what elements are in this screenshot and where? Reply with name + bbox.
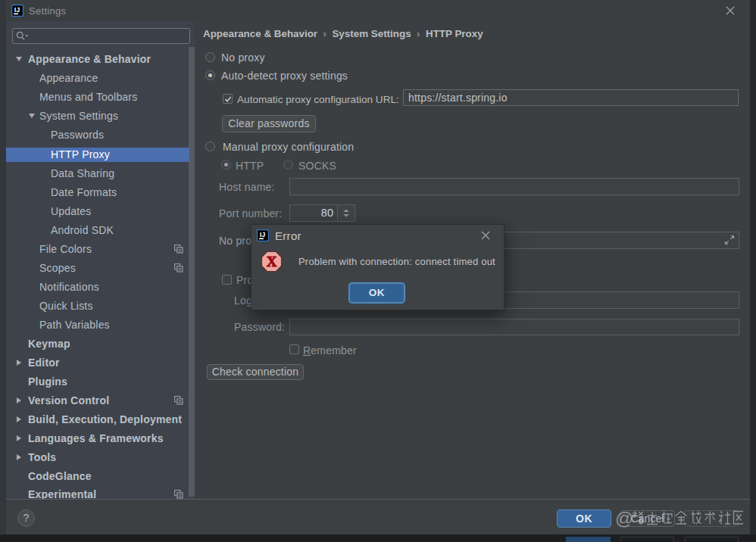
svg-text:IJ: IJ (14, 6, 20, 14)
svg-text:X: X (267, 254, 277, 269)
svg-text:@: @ (615, 508, 633, 528)
svg-text:IJ: IJ (260, 231, 266, 238)
